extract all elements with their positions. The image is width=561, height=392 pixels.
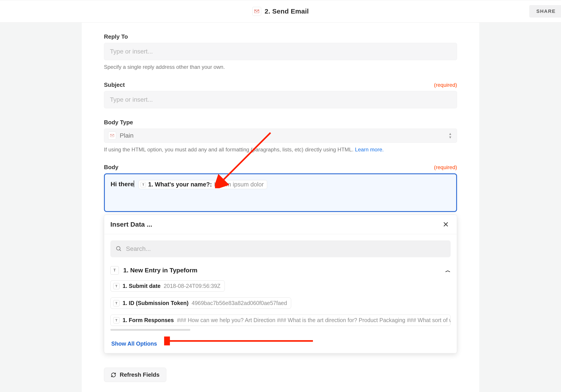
share-button[interactable]: SHARE [529,5,561,18]
chip-label: 1. ID (Submission Token) [123,300,189,306]
refresh-label: Refresh Fields [120,371,160,378]
field-subject: Subject (required) [104,82,457,108]
data-chip[interactable]: T 1. Form Responses ### How can we help … [110,315,451,326]
body-type-label: Body Type [104,119,133,126]
popover-search-input[interactable] [126,245,445,252]
chevron-up-icon: ︿ [445,267,451,274]
field-body-type: Body Type Plain ▲▼ If using the HTML opt… [104,119,457,153]
popover-header: Insert Data ... ✕ [104,215,457,234]
top-bar: 2. Send Email SHARE [0,0,561,23]
token-label: 1. What's your name?: [148,181,212,188]
show-all-row: Show All Options [104,335,457,353]
refresh-fields-button[interactable]: Refresh Fields [104,368,166,382]
data-chip[interactable]: T 1. ID (Submission Token) 4969bac7b56e8… [110,297,291,309]
token-sample: Lorem ipsum dolor [214,181,264,188]
typeform-badge-icon: T [113,317,119,323]
body-type-value: Plain [120,132,133,139]
body-token[interactable]: T 1. What's your name?: Lorem ipsum dolo… [139,180,267,189]
chip-sample: 4969bac7b56e83a82ad060f0ae57faed [192,300,287,306]
close-button[interactable]: ✕ [441,220,451,229]
typeform-badge-icon: T [113,300,119,306]
title-wrap: 2. Send Email [252,7,309,16]
form-card: Reply To Specify a single reply address … [82,23,479,392]
subject-required: (required) [434,82,457,88]
search-icon [116,246,122,252]
data-group-title: 1. New Entry in Typeform [123,267,197,274]
body-required: (required) [434,164,457,170]
data-chip[interactable]: T 1. Submit date 2018-08-24T09:56:39Z [110,280,225,292]
stage: Reply To Specify a single reply address … [0,23,561,392]
chip-sample: ### How can we help you? Art Direction #… [177,317,451,323]
subject-label: Subject [104,82,125,88]
svg-line-2 [120,250,121,251]
body-type-helper: If using the HTML option, you must add a… [104,146,457,153]
typeform-badge-icon: T [140,182,146,187]
popover-title: Insert Data ... [110,221,152,228]
reply-to-helper: Specify a single reply address other tha… [104,63,457,71]
refresh-icon [111,372,116,378]
body-typed-text: Hi there [111,181,134,188]
popover-search[interactable] [110,240,451,257]
text-cursor [134,180,134,187]
subject-input[interactable] [104,91,457,108]
body-input[interactable]: Hi there T 1. What's your name?: Lorem i… [104,173,457,212]
field-body: Body (required) Hi there T 1. What's you… [104,164,457,353]
chip-row: T 1. Submit date 2018-08-24T09:56:39Z [110,280,451,292]
typeform-badge-icon: T [113,283,119,289]
typeform-badge-icon: T [110,266,119,275]
reply-to-label: Reply To [104,33,128,40]
annotation-arrow-show-all [164,337,315,345]
horizontal-scrollbar[interactable] [110,329,190,331]
reply-to-input[interactable] [104,43,457,60]
insert-data-popover: Insert Data ... ✕ T 1. New Entry in Type… [104,215,457,353]
data-group-header[interactable]: T 1. New Entry in Typeform ︿ [110,266,451,275]
caret-icon: ▲▼ [448,132,452,139]
body-type-helper-text: If using the HTML option, you must add a… [104,147,355,152]
body-label: Body [104,164,118,171]
gmail-icon [252,7,261,16]
close-icon: ✕ [443,220,449,229]
chip-label: 1. Submit date [123,283,161,289]
body-type-select[interactable]: Plain ▲▼ [104,128,457,143]
svg-point-1 [117,247,120,250]
chip-sample: 2018-08-24T09:56:39Z [164,283,221,289]
chip-label: 1. Form Responses [123,317,174,323]
learn-more-link[interactable]: Learn more. [355,147,384,152]
chip-row: T 1. Form Responses ### How can we help … [110,315,451,326]
show-all-link[interactable]: Show All Options [111,340,157,347]
page-title: 2. Send Email [265,8,309,15]
chip-row: T 1. ID (Submission Token) 4969bac7b56e8… [110,297,451,309]
gmail-icon-small [108,132,116,140]
field-reply-to: Reply To Specify a single reply address … [104,33,457,71]
